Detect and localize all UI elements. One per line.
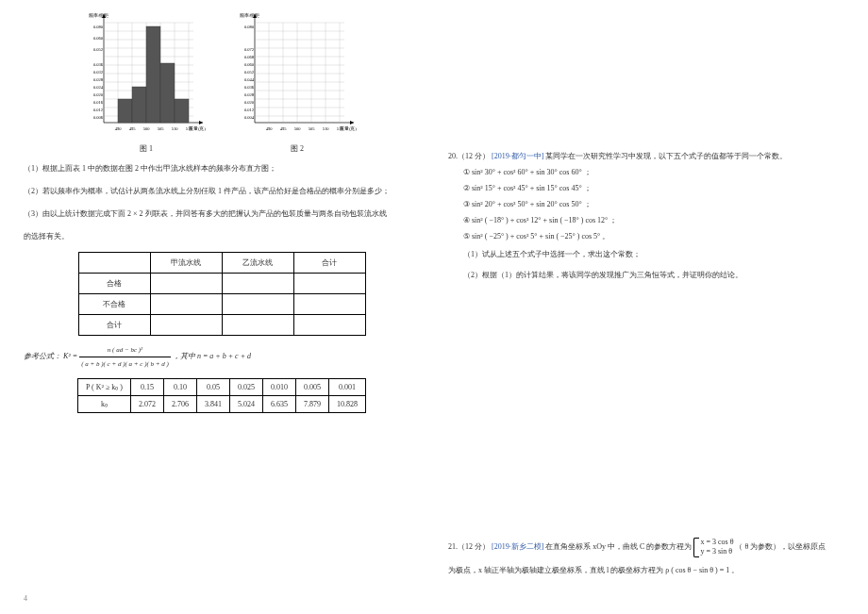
formula-fraction: n ( ad − bc )² ( a + b )( c + d )( a + c… <box>79 343 171 371</box>
formula-prefix: 参考公式： <box>24 352 61 360</box>
q20-sub1: （1）试从上述五个式子中选择一个，求出这个常数； <box>448 247 844 262</box>
q20-header: 20.（12 分） [2019·都匀一中] 某同学在一次研究性学习中发现，以下五… <box>448 151 844 161</box>
svg-text:500: 500 <box>143 126 151 131</box>
charts-row: 0.0060.012 0.0160.020 0.0240.028 0.0320.… <box>24 9 420 154</box>
svg-text:0.020: 0.020 <box>93 92 104 97</box>
svg-text:505: 505 <box>309 126 316 131</box>
svg-text:0.052: 0.052 <box>93 47 103 52</box>
svg-text:0.080: 0.080 <box>244 25 255 29</box>
question-20: 20.（12 分） [2019·都匀一中] 某同学在一次研究性学习中发现，以下五… <box>448 151 844 283</box>
svg-text:频率/组距: 频率/组距 <box>240 12 259 18</box>
equation-5: ⑤ sin² ( −25° ) + cos² 5° + sin ( −25° )… <box>448 231 844 241</box>
fig2-label: 图 2 <box>236 143 359 154</box>
svg-text:0.068: 0.068 <box>244 55 255 59</box>
table-row: 合计 <box>78 315 365 336</box>
svg-text:频率/组距: 频率/组距 <box>89 12 108 18</box>
page-number: 4 <box>24 594 27 603</box>
svg-text:510: 510 <box>323 126 330 131</box>
svg-text:495: 495 <box>280 126 288 131</box>
formula-suffix: ，其中 n = a + b + c + d <box>173 352 251 360</box>
q21-line1: 21.（12 分） [2019·新乡二模] 在直角坐标系 xOy 中，曲线 C … <box>448 538 844 557</box>
svg-rect-27 <box>175 99 189 123</box>
q1-line: （1）根据上面表 1 中的数据在图 2 中作出甲流水线样本的频率分布直方图； <box>24 161 420 176</box>
svg-text:0.080: 0.080 <box>93 25 104 29</box>
table-row: 合格 <box>78 274 365 294</box>
svg-text:重量(克): 重量(克) <box>340 125 357 131</box>
table-row: 甲流水线 乙流水线 合计 <box>78 253 365 274</box>
q3-line-b: 的选择有关。 <box>24 229 420 244</box>
q2-line: （2）若以频率作为概率，试估计从两条流水线上分别任取 1 件产品，该产品恰好是合… <box>24 184 420 199</box>
formula-var: K² = <box>63 352 79 360</box>
cases-bracket: x = 3 cos θ y = 3 sin θ <box>693 538 733 557</box>
svg-text:0.012: 0.012 <box>244 108 254 112</box>
svg-text:490: 490 <box>115 126 123 131</box>
svg-text:495: 495 <box>129 126 137 131</box>
svg-text:0.044: 0.044 <box>244 77 255 82</box>
svg-text:0.060: 0.060 <box>244 62 255 67</box>
question-21: 21.（12 分） [2019·新乡二模] 在直角坐标系 xOy 中，曲线 C … <box>448 538 844 578</box>
svg-text:重量(克): 重量(克) <box>189 125 206 131</box>
formula-line: 参考公式： K² = n ( ad − bc )² ( a + b )( c +… <box>24 343 420 371</box>
svg-text:0.052: 0.052 <box>244 70 254 75</box>
svg-text:0.012: 0.012 <box>93 108 103 112</box>
table-row: k₀ 2.072 2.706 3.841 5.024 6.635 7.879 1… <box>77 396 365 413</box>
chart-2: 0.0040.012 0.0200.028 0.0360.044 0.0520.… <box>236 9 359 154</box>
svg-rect-26 <box>160 63 175 123</box>
svg-text:0.006: 0.006 <box>93 115 104 120</box>
svg-text:500: 500 <box>294 126 302 131</box>
q21-line2: 为极点，x 轴正半轴为极轴建立极坐标系，直线 l 的极坐标方程为 ρ ( cos… <box>448 563 844 578</box>
contingency-table: 甲流水线 乙流水线 合计 合格 不合格 合计 <box>78 252 366 336</box>
equation-3: ③ sin² 20° + cos² 50° + sin 20° cos 50° … <box>448 199 844 209</box>
svg-text:0.016: 0.016 <box>93 100 104 105</box>
chart-1: 0.0060.012 0.0160.020 0.0240.028 0.0320.… <box>85 9 208 154</box>
q3-line-a: （3）由以上统计数据完成下面 2 × 2 列联表，并回答有多大的把握认为产品的包… <box>24 207 420 222</box>
svg-text:0.036: 0.036 <box>244 85 255 90</box>
source-tag: [2019·都匀一中] <box>492 152 543 160</box>
svg-marker-50 <box>350 121 354 124</box>
svg-text:0.036: 0.036 <box>93 62 104 67</box>
svg-text:0.028: 0.028 <box>244 92 255 97</box>
equation-1: ① sin² 30° + cos² 60° + sin 30° cos 60° … <box>448 167 844 177</box>
svg-text:0.072: 0.072 <box>244 47 254 52</box>
svg-text:510: 510 <box>172 126 179 131</box>
svg-rect-25 <box>146 26 160 123</box>
svg-text:0.060: 0.060 <box>93 36 104 41</box>
svg-rect-23 <box>118 99 132 123</box>
q20-sub2: （2）根据（1）的计算结果，将该同学的发现推广为三角恒等式，并证明你的结论。 <box>448 268 844 283</box>
svg-text:490: 490 <box>266 126 274 131</box>
svg-text:0.028: 0.028 <box>93 77 104 82</box>
svg-text:0.032: 0.032 <box>93 70 103 75</box>
equation-4: ④ sin² ( −18° ) + cos² 12° + sin ( −18° … <box>448 215 844 225</box>
table-row: 不合格 <box>78 294 365 315</box>
equation-2: ② sin² 15° + cos² 45° + sin 15° cos 45° … <box>448 183 844 193</box>
fig1-label: 图 1 <box>85 143 208 154</box>
left-column: 0.0060.012 0.0160.020 0.0240.028 0.0320.… <box>0 0 434 614</box>
table-row: P ( K² ≥ k₀ ) 0.15 0.10 0.05 0.025 0.010… <box>77 379 365 396</box>
right-column: 20.（12 分） [2019·都匀一中] 某同学在一次研究性学习中发现，以下五… <box>434 0 868 614</box>
svg-marker-3 <box>199 121 203 124</box>
probability-table: P ( K² ≥ k₀ ) 0.15 0.10 0.05 0.025 0.010… <box>77 378 366 413</box>
svg-text:505: 505 <box>158 126 165 131</box>
svg-rect-24 <box>132 87 146 123</box>
source-tag: [2019·新乡二模] <box>492 542 543 551</box>
svg-text:0.020: 0.020 <box>244 100 255 105</box>
svg-text:0.004: 0.004 <box>244 115 255 120</box>
svg-text:0.024: 0.024 <box>93 85 104 90</box>
